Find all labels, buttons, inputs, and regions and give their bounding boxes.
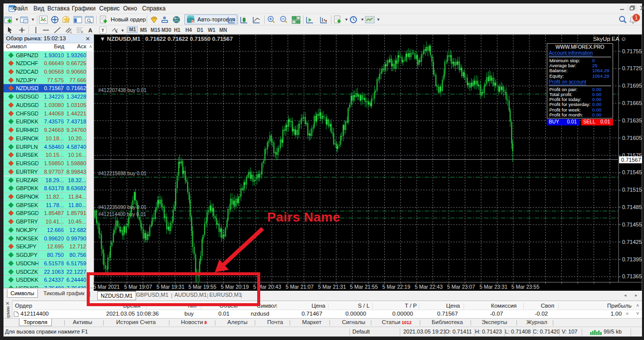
svg-text:5 Mar 21:55: 5 Mar 21:55 bbox=[350, 284, 378, 290]
svg-text:#412235090 buy 0.01: #412235090 buy 0.01 bbox=[98, 205, 147, 210]
svg-text:0.71605: 0.71605 bbox=[622, 135, 642, 141]
svg-text:0.71725: 0.71725 bbox=[622, 65, 642, 71]
svg-text:5 Mar 20:43: 5 Mar 20:43 bbox=[253, 284, 281, 290]
svg-text:0.71567: 0.71567 bbox=[621, 157, 641, 163]
svg-text:0.71635: 0.71635 bbox=[622, 117, 642, 123]
svg-text:0.71515: 0.71515 bbox=[622, 187, 642, 193]
svg-text:c: c bbox=[70, 31, 72, 34]
svg-text:5 Mar 23:31: 5 Mar 23:31 bbox=[480, 284, 507, 290]
svg-text:0.71425: 0.71425 bbox=[622, 239, 642, 245]
svg-text:0.71695: 0.71695 bbox=[622, 83, 642, 89]
svg-text:5 Mar 19:55: 5 Mar 19:55 bbox=[188, 284, 216, 290]
svg-text:0.71545: 0.71545 bbox=[622, 169, 642, 175]
svg-text:5 Mar 22:19: 5 Mar 22:19 bbox=[382, 284, 410, 290]
svg-text:5 Mar 21:31: 5 Mar 21:31 bbox=[318, 284, 346, 290]
svg-text:#412215698 buy 0.01: #412215698 buy 0.01 bbox=[98, 171, 147, 176]
svg-text:0.71485: 0.71485 bbox=[622, 204, 642, 210]
svg-text:0.71665: 0.71665 bbox=[622, 100, 642, 106]
svg-text:0.71365: 0.71365 bbox=[622, 273, 642, 279]
svg-text:5 Mar 2021: 5 Mar 2021 bbox=[94, 284, 120, 290]
svg-text:5 Mar 20:19: 5 Mar 20:19 bbox=[221, 284, 249, 290]
svg-text:5 Mar 23:55: 5 Mar 23:55 bbox=[511, 284, 539, 290]
svg-text:#412114400 buy 0.01: #412114400 buy 0.01 bbox=[98, 212, 146, 217]
svg-text:5 Mar 19:31: 5 Mar 19:31 bbox=[157, 284, 184, 290]
svg-text:0.71755: 0.71755 bbox=[622, 48, 642, 54]
svg-text:D: D bbox=[191, 20, 194, 23]
svg-text:5 Mar 22:43: 5 Mar 22:43 bbox=[415, 284, 443, 290]
svg-text:5 Mar 19:07: 5 Mar 19:07 bbox=[124, 284, 152, 290]
svg-text:0.71395: 0.71395 bbox=[622, 256, 642, 262]
svg-text:#412207438 buy 0.01: #412207438 buy 0.01 bbox=[98, 88, 147, 93]
svg-text:5 Mar 21:07: 5 Mar 21:07 bbox=[286, 284, 314, 290]
svg-text:5 Mar 23:07: 5 Mar 23:07 bbox=[447, 284, 475, 290]
svg-text:F: F bbox=[81, 31, 83, 34]
svg-text:0.71455: 0.71455 bbox=[622, 222, 642, 227]
svg-text:T: T bbox=[102, 28, 105, 33]
